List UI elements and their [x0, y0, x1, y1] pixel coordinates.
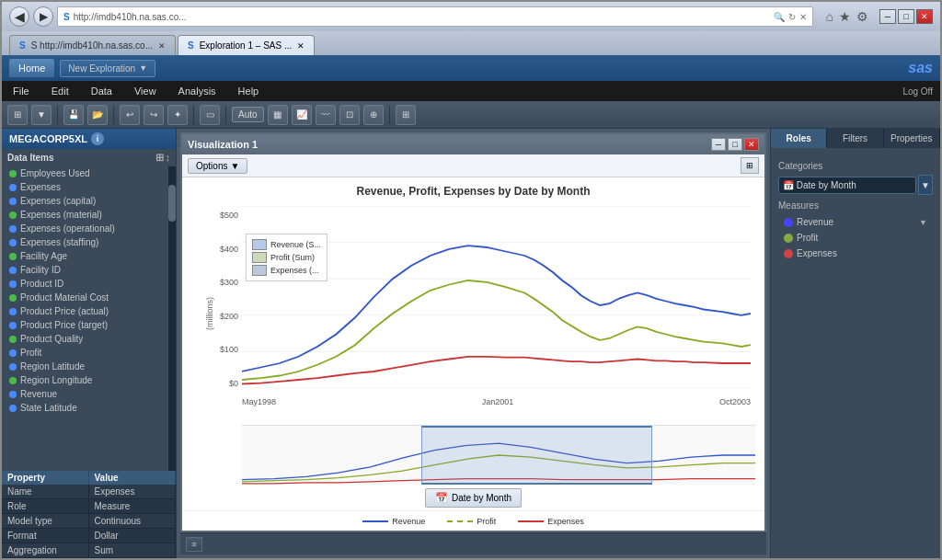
browser-addressbar[interactable]: S http://imdb410h.na.sas.co... 🔍 ↻ ✕ [57, 6, 813, 27]
app-nav-left: File Edit Data View Analysis Help [9, 84, 262, 98]
nav-analysis[interactable]: Analysis [175, 84, 220, 98]
properties-rows: NameExpensesRoleMeasureModel typeContinu… [2, 485, 176, 558]
data-item[interactable]: State Latitude [2, 401, 168, 415]
toolbar-layout-btn[interactable]: ⊞ [396, 105, 416, 125]
data-items-sort-btn[interactable]: ↕ [166, 152, 171, 164]
toolbar-sep2 [113, 106, 114, 124]
categories-dropdown[interactable]: 📅 Date by Month [778, 177, 916, 194]
toolbar-grid-btn[interactable]: ⊞ [7, 105, 28, 125]
measures-item[interactable]: Revenue▼ [778, 214, 933, 230]
data-item[interactable]: Expenses (operational) [2, 222, 168, 235]
measures-item[interactable]: Profit [778, 230, 933, 246]
data-item[interactable]: Expenses [2, 180, 168, 194]
data-item[interactable]: Expenses (capital) [2, 194, 168, 208]
measures-item[interactable]: Expenses [778, 246, 933, 261]
brush-selection[interactable] [421, 426, 652, 485]
data-item[interactable]: Profit [2, 346, 168, 360]
data-item[interactable]: Region Longitude [2, 373, 168, 387]
browser-forward-btn[interactable]: ▶ [33, 6, 53, 27]
tab-roles[interactable]: Roles [771, 129, 827, 148]
nav-help[interactable]: Help [235, 84, 263, 98]
date-range-button[interactable]: 📅 Date by Month [425, 488, 522, 508]
nav-view[interactable]: View [131, 84, 160, 98]
center-panel: Visualization 1 ─ □ ✕ Options ▼ [177, 129, 770, 558]
browser-close-icon[interactable]: ✕ [799, 12, 807, 22]
viz-close-btn[interactable]: ✕ [744, 138, 759, 151]
browser-star-icon[interactable]: ★ [839, 9, 851, 24]
toolbar-line-btn[interactable]: 📈 [292, 105, 312, 125]
props-row: FormatDollar [2, 529, 176, 543]
app-tab-home[interactable]: Home [9, 59, 54, 77]
tab2-close-icon[interactable]: ✕ [297, 41, 304, 51]
data-item[interactable]: Product ID [2, 277, 168, 291]
legend-profit-swatch [252, 252, 267, 263]
toolbar-redo-btn[interactable]: ↪ [144, 105, 164, 125]
browser-back-btn[interactable]: ◀ [9, 6, 29, 27]
data-item[interactable]: Region Latitude [2, 360, 168, 373]
y-label-100: $100 [220, 345, 238, 354]
browser-close-btn[interactable]: ✕ [916, 9, 933, 24]
browser-gear-icon[interactable]: ⚙ [856, 9, 868, 24]
data-item-icon [9, 225, 17, 233]
data-item-label: Product ID [20, 279, 63, 289]
toolbar-bar-chart-btn[interactable]: ▦ [268, 105, 288, 125]
chart-bottom-controls: 📅 Date by Month [182, 485, 764, 510]
viz-maximize-btn[interactable]: □ [728, 138, 742, 151]
measures-item-label: Revenue [797, 217, 915, 227]
data-item[interactable]: Expenses (staffing) [2, 235, 168, 249]
toolbar-save-btn[interactable]: 💾 [63, 105, 84, 125]
prop-name: Aggregation [2, 543, 89, 557]
browser-tab-1[interactable]: S S http://imdb410h.na.sas.co... ✕ [9, 35, 176, 55]
tab1-close-icon[interactable]: ✕ [158, 41, 166, 51]
refresh-icon[interactable]: ↻ [788, 12, 796, 22]
brush-chart[interactable] [242, 425, 755, 485]
search-icon[interactable]: 🔍 [774, 12, 785, 22]
megacorp-info-icon[interactable]: i [91, 132, 104, 145]
toolbar-window-btn[interactable]: ▭ [200, 105, 220, 125]
categories-dropdown-arrow[interactable]: ▼ [918, 175, 933, 195]
toolbar-auto-btn[interactable]: Auto [232, 107, 264, 122]
nav-file[interactable]: File [9, 84, 33, 98]
data-item-label: Product Price (actual) [20, 306, 109, 316]
data-items-scrollbar[interactable] [168, 166, 176, 471]
browser-home-icon[interactable]: ⌂ [826, 9, 833, 24]
viz-grid-icon[interactable]: ⊞ [741, 157, 759, 174]
data-item[interactable]: Product Material Cost [2, 291, 168, 304]
x-axis: May1998 Jan2001 Oct2003 [242, 397, 751, 406]
data-item-icon [9, 377, 17, 384]
data-item[interactable]: Product Price (target) [2, 318, 168, 332]
toolbar-more-btn[interactable]: ⊕ [363, 105, 384, 125]
data-item[interactable]: Product Price (actual) [2, 304, 168, 318]
toolbar-area-btn[interactable]: 〰 [316, 105, 336, 125]
browser-maximize-btn[interactable]: □ [898, 9, 914, 24]
browser-minimize-btn[interactable]: ─ [879, 9, 896, 24]
toolbar-scatter-btn[interactable]: ⊡ [339, 105, 360, 125]
nav-data[interactable]: Data [87, 84, 116, 98]
toolbar-star-btn[interactable]: ✦ [167, 105, 188, 125]
viz-minimize-btn[interactable]: ─ [711, 138, 726, 151]
data-item[interactable]: Product Quality [2, 332, 168, 346]
data-items-view-btn[interactable]: ⊞ [155, 152, 164, 164]
toolbar-undo-btn[interactable]: ↩ [120, 105, 140, 125]
left-panel-title: MEGACORP5XL i [2, 129, 176, 149]
prop-name: Model type [2, 514, 89, 528]
nav-edit[interactable]: Edit [48, 84, 73, 98]
bottom-menu-btn[interactable]: ≡ [186, 537, 202, 552]
nav-logoff[interactable]: Log Off [902, 86, 933, 97]
data-item[interactable]: Expenses (material) [2, 208, 168, 222]
options-button[interactable]: Options ▼ [188, 158, 247, 174]
toolbar-dropdown-btn[interactable]: ▼ [31, 105, 52, 125]
data-item[interactable]: Employees Used [2, 166, 168, 180]
app-tab-new-exploration[interactable]: New Exploration ▼ [60, 60, 155, 77]
data-item-icon [9, 253, 17, 260]
browser-tab-2[interactable]: S Exploration 1 – SAS ... ✕ [178, 35, 315, 55]
data-item-icon [9, 198, 17, 205]
tab-filters[interactable]: Filters [827, 129, 883, 148]
data-item[interactable]: Facility ID [2, 263, 168, 277]
toolbar-open-btn[interactable]: 📂 [87, 105, 108, 125]
prop-name: Name [2, 485, 89, 498]
tab-properties[interactable]: Properties [884, 129, 940, 148]
chart-legend-box: Revenue (S... Profit (Sum) Expenses (... [246, 234, 327, 281]
data-item[interactable]: Revenue [2, 387, 168, 401]
data-item[interactable]: Facility Age [2, 249, 168, 263]
